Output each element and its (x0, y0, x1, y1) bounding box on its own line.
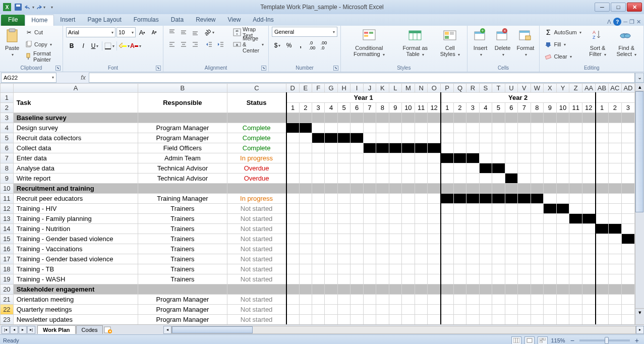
gantt-cell[interactable] (376, 305, 389, 315)
task-cell[interactable]: Enter data (13, 153, 138, 163)
new-sheet-icon[interactable]: ✶ (103, 326, 113, 333)
format-as-table-button[interactable]: Format as Table ▾ (396, 27, 434, 59)
zoom-out-icon[interactable]: − (568, 336, 576, 345)
delete-cells-button[interactable]: ×Delete▾ (493, 27, 513, 59)
gantt-cell[interactable] (453, 194, 466, 204)
gantt-cell[interactable] (337, 224, 350, 234)
gantt-cell[interactable] (569, 204, 582, 214)
gantt-cell[interactable] (299, 153, 312, 163)
responsible-cell[interactable]: Trainers (138, 264, 227, 274)
zoom-slider[interactable] (579, 339, 630, 341)
gantt-cell[interactable] (325, 153, 338, 163)
row-header[interactable]: 10 (1, 184, 14, 194)
gantt-cell[interactable] (518, 224, 531, 234)
copy-button[interactable]: Copy▾ (23, 39, 60, 50)
gantt-cell[interactable] (389, 274, 401, 284)
gantt-cell[interactable] (596, 305, 609, 315)
task-cell[interactable]: Recruit peer educators (13, 194, 138, 204)
gantt-cell[interactable] (389, 315, 401, 325)
gantt-cell[interactable] (401, 264, 415, 274)
row-header[interactable]: 5 (1, 133, 14, 143)
gantt-cell[interactable] (544, 254, 556, 264)
align-left-icon[interactable] (166, 39, 178, 50)
col-header[interactable]: R (466, 84, 479, 93)
tab-data[interactable]: Data (165, 15, 190, 26)
col-header[interactable]: AB (596, 84, 609, 93)
gantt-cell[interactable] (441, 274, 453, 284)
gantt-cell[interactable] (389, 224, 401, 234)
align-top-icon[interactable] (166, 27, 178, 38)
gantt-cell[interactable] (518, 123, 531, 133)
gantt-cell[interactable] (544, 153, 556, 163)
gantt-cell[interactable] (453, 163, 466, 174)
status-cell[interactable]: Not started (227, 244, 286, 254)
gantt-cell[interactable] (505, 305, 517, 315)
gantt-cell[interactable] (582, 254, 596, 264)
gantt-cell[interactable] (415, 234, 428, 244)
gantt-cell[interactable] (556, 153, 569, 163)
gantt-cell[interactable] (466, 204, 479, 214)
gantt-cell[interactable] (569, 305, 582, 315)
find-select-button[interactable]: Find & Select ▾ (613, 27, 641, 59)
gantt-cell[interactable] (531, 174, 544, 184)
gantt-cell[interactable] (453, 224, 466, 234)
gantt-cell[interactable] (518, 204, 531, 214)
gantt-cell[interactable] (441, 295, 453, 305)
normal-view-icon[interactable] (511, 336, 521, 345)
gantt-cell[interactable] (389, 214, 401, 224)
gantt-cell[interactable] (544, 315, 556, 325)
gantt-cell[interactable] (389, 264, 401, 274)
responsible-cell[interactable]: Trainers (138, 224, 227, 234)
gantt-cell[interactable] (286, 143, 299, 153)
gantt-cell[interactable] (582, 305, 596, 315)
gantt-cell[interactable] (596, 224, 609, 234)
gantt-cell[interactable] (363, 143, 376, 153)
gantt-cell[interactable] (608, 214, 621, 224)
gantt-cell[interactable] (621, 174, 634, 184)
gantt-cell[interactable] (337, 234, 350, 244)
minimize-button[interactable]: ─ (595, 3, 610, 12)
tab-formulas[interactable]: Formulas (128, 15, 165, 26)
gantt-cell[interactable] (389, 234, 401, 244)
gantt-cell[interactable] (531, 244, 544, 254)
gantt-cell[interactable] (556, 254, 569, 264)
gantt-cell[interactable] (325, 133, 338, 143)
gantt-cell[interactable] (569, 133, 582, 143)
gantt-cell[interactable] (286, 204, 299, 214)
gantt-cell[interactable] (518, 315, 531, 325)
gantt-cell[interactable] (569, 143, 582, 153)
status-cell[interactable]: In progress (227, 194, 286, 204)
row-header[interactable]: 13 (1, 214, 14, 224)
gantt-cell[interactable] (299, 174, 312, 184)
gantt-cell[interactable] (569, 153, 582, 163)
gantt-cell[interactable] (286, 123, 299, 133)
status-cell[interactable]: Not started (227, 224, 286, 234)
gantt-cell[interactable] (299, 264, 312, 274)
gantt-cell[interactable] (312, 295, 325, 305)
redo-icon[interactable]: ▾ (35, 2, 45, 12)
tab-addins[interactable]: Add-Ins (247, 15, 279, 26)
status-cell[interactable]: Not started (227, 305, 286, 315)
gantt-cell[interactable] (376, 254, 389, 264)
row-header[interactable]: 11 (1, 194, 14, 204)
gantt-cell[interactable] (337, 264, 350, 274)
task-cell[interactable]: Orientation meeting (13, 295, 138, 305)
align-right-icon[interactable] (190, 39, 201, 50)
gantt-cell[interactable] (441, 194, 453, 204)
gantt-cell[interactable] (582, 194, 596, 204)
gantt-cell[interactable] (286, 163, 299, 174)
percent-icon[interactable]: % (283, 40, 295, 51)
gantt-cell[interactable] (415, 315, 428, 325)
gantt-cell[interactable] (531, 305, 544, 315)
gantt-cell[interactable] (389, 305, 401, 315)
gantt-cell[interactable] (350, 174, 363, 184)
gantt-cell[interactable] (337, 174, 350, 184)
gantt-cell[interactable] (453, 234, 466, 244)
row-header[interactable]: 19 (1, 274, 14, 284)
gantt-cell[interactable] (350, 305, 363, 315)
number-format-select[interactable]: General▾ (272, 27, 337, 37)
gantt-cell[interactable] (428, 315, 441, 325)
gantt-cell[interactable] (286, 264, 299, 274)
gantt-cell[interactable] (621, 143, 634, 153)
col-header[interactable]: B (138, 84, 227, 93)
